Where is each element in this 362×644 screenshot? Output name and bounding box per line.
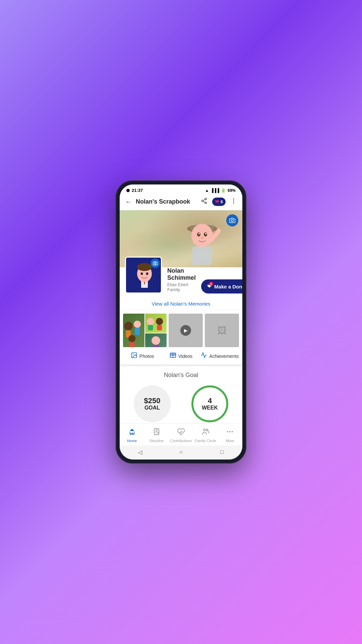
- photo-grid-section: ▶ 🖼: [120, 310, 242, 349]
- svg-point-25: [146, 272, 148, 275]
- achievements-tab[interactable]: Achievements: [200, 352, 239, 360]
- avatar-container: [125, 257, 162, 293]
- more-icon: [226, 428, 234, 438]
- amount-circle-bg: $250 GOAL: [134, 385, 171, 422]
- more-label: More: [226, 439, 234, 443]
- system-navigation: ◁ ○ □: [120, 445, 242, 460]
- svg-point-37: [152, 336, 160, 345]
- svg-point-52: [229, 431, 231, 432]
- svg-point-12: [204, 232, 207, 236]
- donation-heart-badge: 6: [209, 282, 213, 286]
- nav-home[interactable]: Home: [120, 426, 144, 444]
- media-labels: Photos Videos: [120, 349, 242, 366]
- svg-point-29: [134, 321, 141, 328]
- svg-point-17: [231, 220, 233, 222]
- svg-line-3: [203, 201, 205, 202]
- photo-mini-3: [145, 333, 167, 347]
- nav-more[interactable]: More: [218, 426, 242, 444]
- profile-family: Elias Ebert Family: [167, 282, 196, 292]
- videos-tab[interactable]: Videos: [162, 352, 200, 360]
- recents-system-button[interactable]: □: [218, 448, 226, 456]
- memories-link[interactable]: View all Nolan's Memories: [120, 298, 242, 310]
- videos-label: Videos: [178, 354, 193, 359]
- goal-weeks-sub: WEEK: [202, 405, 218, 411]
- donation-heart-icon: ❤ 6: [207, 283, 212, 289]
- photo-grid: ▶ 🖼: [123, 314, 239, 347]
- svg-point-5: [233, 199, 234, 200]
- signal-icon: ▐▐▐: [210, 188, 219, 193]
- family-circle-icon: [201, 428, 209, 438]
- svg-point-7: [233, 202, 234, 203]
- goals-title: Nolan's Goal: [125, 372, 237, 379]
- back-system-button[interactable]: ◁: [136, 448, 144, 456]
- videos-icon: [170, 352, 176, 360]
- storyline-icon: [153, 428, 161, 438]
- svg-point-51: [227, 431, 228, 432]
- share-button[interactable]: [201, 198, 207, 206]
- page-title: Nolan's Scrapbook: [136, 198, 197, 205]
- profile-name: Nolan Schimmel: [167, 267, 196, 281]
- cover-camera-button[interactable]: [226, 214, 238, 226]
- time: 21:37: [132, 188, 143, 193]
- photo-mini-2: [145, 314, 167, 333]
- status-bar: 21:37 ▲ ▐▐▐ 🔋 69%: [120, 184, 242, 195]
- goals-content: $250 GOAL You have $0 4: [125, 385, 237, 423]
- svg-point-10: [191, 224, 213, 247]
- camera-indicator: [126, 189, 130, 192]
- photos-label: Photos: [139, 354, 154, 359]
- svg-rect-45: [154, 429, 159, 435]
- achievements-icon: [200, 352, 207, 360]
- battery-icon: 🔋: [221, 188, 226, 193]
- week-ring: 4 WEEK: [191, 385, 228, 422]
- svg-rect-16: [192, 247, 212, 265]
- bottom-navigation: Home Storyline: [120, 423, 242, 445]
- svg-point-2: [205, 202, 207, 204]
- week-circle: 4 WEEK: [191, 385, 228, 422]
- svg-point-35: [156, 318, 163, 325]
- home-system-button[interactable]: ○: [177, 448, 185, 456]
- main-content: Nolan Schimmel Elias Ebert Family ❤ 6 Ma…: [120, 210, 242, 423]
- svg-point-31: [128, 335, 135, 342]
- heart-icon: ❤: [215, 199, 219, 205]
- wifi-icon: ▲: [205, 188, 209, 193]
- svg-rect-36: [157, 325, 162, 330]
- heart-badge-button[interactable]: ❤ 6: [212, 198, 226, 206]
- profile-area: Nolan Schimmel Elias Ebert Family ❤ 6 Ma…: [120, 267, 242, 298]
- profile-info: Nolan Schimmel Elias Ebert Family: [167, 267, 196, 293]
- amount-circle-inner: $250 GOAL: [144, 397, 161, 411]
- svg-point-15: [201, 237, 203, 239]
- svg-point-26: [155, 263, 156, 264]
- play-button[interactable]: ▶: [180, 325, 191, 336]
- goals-section: Nolan's Goal $250 GOAL You have: [120, 366, 242, 423]
- photo-collage[interactable]: [123, 314, 167, 347]
- svg-point-24: [141, 272, 143, 275]
- nav-storyline[interactable]: Storyline: [144, 426, 169, 444]
- back-button[interactable]: ←: [125, 198, 132, 206]
- svg-point-27: [124, 322, 133, 330]
- nav-family-circle[interactable]: Family Circle: [193, 426, 218, 444]
- contributions-icon: [177, 428, 185, 438]
- avatar-camera-button[interactable]: [150, 259, 160, 268]
- svg-point-14: [205, 233, 206, 234]
- amount-goal: $250 GOAL You have $0: [134, 385, 171, 423]
- storyline-label: Storyline: [149, 439, 164, 443]
- family-circle-label: Family Circle: [195, 439, 216, 443]
- status-icons: ▲ ▐▐▐ 🔋 69%: [205, 188, 236, 193]
- svg-point-6: [233, 200, 234, 201]
- image-placeholder-icon: 🖼: [217, 325, 227, 336]
- amount-circle: $250 GOAL: [134, 385, 171, 422]
- heart-count: 6: [221, 200, 223, 204]
- home-icon: [128, 428, 136, 438]
- goal-amount: $250: [144, 397, 161, 405]
- app-header: ← Nolan's Scrapbook ❤ 6: [120, 195, 242, 210]
- more-menu-button[interactable]: [230, 198, 237, 206]
- make-donation-button[interactable]: ❤ 6 Make a Donation: [201, 279, 242, 293]
- svg-point-0: [205, 198, 207, 200]
- photos-tab[interactable]: Photos: [123, 352, 162, 360]
- video-thumbnail[interactable]: ▶: [169, 314, 203, 347]
- home-label: Home: [127, 439, 137, 443]
- achievement-thumbnail[interactable]: 🖼: [205, 314, 239, 347]
- svg-point-13: [198, 233, 200, 234]
- nav-contributions[interactable]: Contributions: [169, 426, 193, 444]
- svg-point-1: [202, 200, 203, 202]
